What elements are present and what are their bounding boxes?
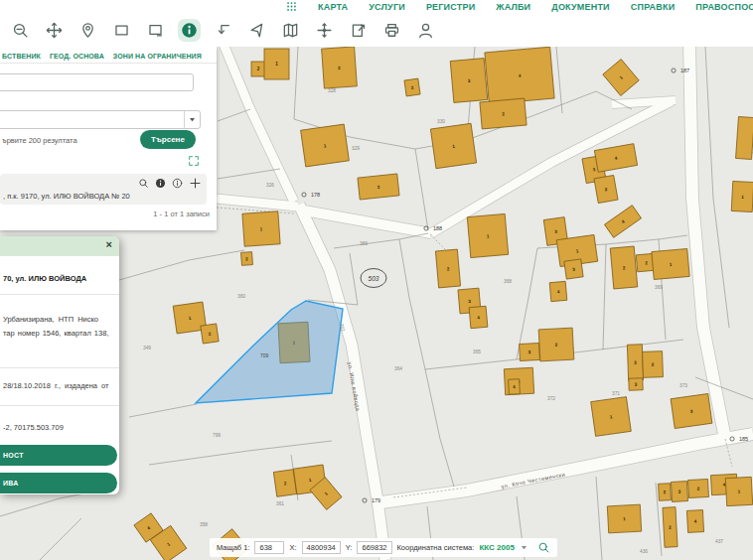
parcel-number: 437 <box>715 539 723 544</box>
building[interactable]: 1 <box>242 211 280 246</box>
nav-item-1[interactable]: КАРТА <box>318 2 348 12</box>
search-type-select[interactable] <box>0 110 201 129</box>
road[interactable] <box>612 100 676 104</box>
tab-3[interactable]: ЗОНИ НА ОГРАНИЧЕНИЯ <box>113 53 202 60</box>
nav-item-4[interactable]: ЖАЛБИ <box>496 2 530 12</box>
feature-info-popup: × 70, ул. ИЛЮ ВОЙВОДА Урбанизирана, НТП … <box>0 236 119 494</box>
add-icon[interactable] <box>189 177 202 190</box>
building[interactable]: 2 <box>688 479 709 497</box>
building[interactable]: 4 <box>485 47 554 104</box>
building[interactable]: 1 <box>430 123 476 168</box>
building[interactable]: 1 <box>725 477 752 505</box>
search-button[interactable]: Търсене <box>140 130 196 149</box>
search-input[interactable] <box>0 73 194 91</box>
result-address: , п.к. 9170, ул. ИЛЮ ВОЙВОДА № 20 <box>3 192 204 201</box>
rect-select-icon[interactable] <box>113 22 130 39</box>
nav-item-7[interactable]: ПРАВОСПОСОБНИ Л <box>695 2 753 12</box>
y-coordinate-input[interactable]: 669832 <box>357 541 391 554</box>
building[interactable]: 4 <box>509 379 521 395</box>
building[interactable]: 2 <box>643 351 664 378</box>
nav-item-6[interactable]: СПРАВКИ <box>631 2 676 12</box>
building[interactable]: 1 <box>301 124 350 167</box>
building[interactable]: 2 <box>480 98 527 129</box>
parcel-number: 371 <box>612 391 620 396</box>
building[interactable]: 1 <box>607 504 641 533</box>
print-icon[interactable] <box>383 22 400 39</box>
info-icon[interactable] <box>181 22 198 39</box>
building[interactable]: 3 <box>564 259 583 279</box>
building[interactable]: 2 <box>201 324 219 344</box>
info-outline-icon[interactable] <box>172 178 183 189</box>
building[interactable]: 1 <box>591 397 632 437</box>
nav-menu: КАРТАУСЛУГИРЕГИСТРИЖАЛБИДОКУМЕНТИСПРАВКИ… <box>318 2 753 12</box>
search-coordinates-icon[interactable] <box>537 541 550 554</box>
building[interactable]: 3 <box>450 59 488 103</box>
building[interactable]: 3 <box>520 343 540 360</box>
user-icon[interactable] <box>417 22 434 39</box>
building[interactable]: 2 <box>358 174 399 200</box>
x-coordinate-input[interactable]: 4800934 <box>302 541 341 554</box>
crs-label: Координатна система: <box>397 543 475 552</box>
zoom-to-icon[interactable] <box>138 178 149 189</box>
building[interactable]: 2 <box>610 246 637 289</box>
building[interactable]: 1 <box>731 181 753 211</box>
building[interactable]: 1 <box>652 248 689 279</box>
popup-text: Урбанизирана, НТП Ниско <box>3 315 118 324</box>
parcel-number: 326 <box>266 183 274 188</box>
expand-icon[interactable] <box>188 155 200 167</box>
popup-action-button-2[interactable]: ИВА <box>0 473 117 493</box>
result-row[interactable]: , п.к. 9170, ул. ИЛЮ ВОЙВОДА № 20 <box>0 174 207 205</box>
crs-select[interactable]: ККС 2005 <box>479 543 514 552</box>
building[interactable]: 1 <box>467 213 508 257</box>
building[interactable] <box>736 116 753 159</box>
building[interactable]: 2 <box>273 470 296 497</box>
building[interactable]: 3 <box>629 378 643 390</box>
nav-item-3[interactable]: РЕГИСТРИ <box>426 2 475 12</box>
building[interactable]: 2 <box>404 78 420 96</box>
move-point-icon[interactable] <box>316 22 333 39</box>
divider <box>0 367 119 368</box>
info-filled-icon[interactable] <box>155 178 166 189</box>
apps-grid-icon[interactable] <box>286 1 297 12</box>
building[interactable]: 3 <box>671 394 712 429</box>
building[interactable]: 2 <box>241 252 253 266</box>
panel-tabs: БСТВЕНИКГЕОД. ОСНОВАЗОНИ НА ОГРАНИЧЕНИЯ <box>0 47 217 64</box>
building[interactable]: 4 <box>549 281 567 301</box>
select-features-icon[interactable] <box>248 22 265 39</box>
parcel-number: 330 <box>437 119 445 124</box>
nav-item-5[interactable]: ДОКУМЕНТИ <box>551 2 610 12</box>
building[interactable]: 2 <box>322 47 358 88</box>
building[interactable]: 1 <box>264 49 289 79</box>
export-document-icon[interactable] <box>350 22 367 39</box>
close-icon[interactable]: × <box>106 239 112 250</box>
tab-2[interactable]: ГЕОД. ОСНОВА <box>50 53 104 60</box>
building[interactable]: 2 <box>251 62 265 76</box>
building[interactable]: 4 <box>686 510 703 533</box>
building[interactable]: 2 <box>663 507 678 548</box>
building[interactable]: 3 <box>627 345 643 381</box>
location-icon[interactable] <box>79 22 96 39</box>
building[interactable]: 2 <box>594 175 618 203</box>
building[interactable]: 2 <box>435 249 460 288</box>
parcel-number: 799 <box>213 433 221 438</box>
results-limit-note: ървите 200 резултата <box>2 136 77 145</box>
popup-action-button-1[interactable]: НОСТ <box>0 445 117 466</box>
tab-1[interactable]: БСТВЕНИК <box>2 53 41 60</box>
nav-item-2[interactable]: УСЛУГИ <box>369 2 405 12</box>
scale-input[interactable]: 638 <box>254 541 284 554</box>
prev-extent-icon[interactable] <box>215 22 231 39</box>
building[interactable]: 2 <box>538 328 574 361</box>
search-panel: БСТВЕНИКГЕОД. ОСНОВАЗОНИ НА ОГРАНИЧЕНИЯ … <box>0 47 217 230</box>
chevron-down-icon[interactable] <box>520 543 528 552</box>
zoom-out-icon[interactable] <box>12 22 29 39</box>
survey-point-label: 188 <box>433 225 442 231</box>
map-sheets-icon[interactable] <box>282 22 299 39</box>
chevron-down-icon[interactable] <box>184 111 200 128</box>
building[interactable]: 3 <box>671 482 687 502</box>
survey-point-label: 178 <box>311 192 320 198</box>
pan-icon[interactable] <box>46 22 63 39</box>
rect-clear-icon[interactable] <box>147 22 164 39</box>
building[interactable]: 4 <box>469 306 488 328</box>
building[interactable]: 2 <box>659 484 672 501</box>
divider <box>0 405 119 406</box>
